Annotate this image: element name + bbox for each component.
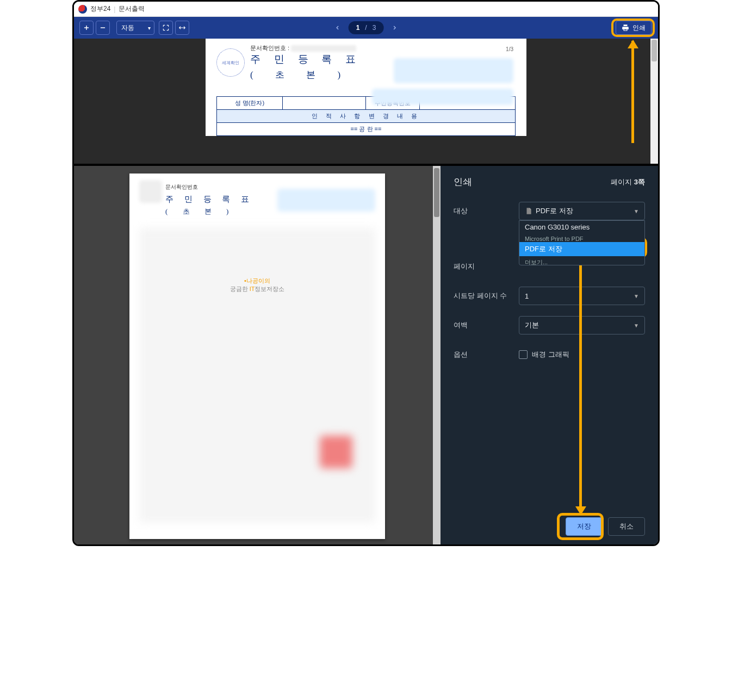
page-name: 문서출력: [119, 4, 145, 14]
destination-value: PDF로 저장: [536, 206, 573, 216]
prev-page-button[interactable]: [331, 21, 344, 34]
doc-number-redacted: [291, 45, 356, 52]
preview-stamp-redacted: [320, 436, 352, 468]
page-separator: /: [365, 24, 367, 32]
bg-graphics-checkbox[interactable]: [519, 350, 528, 359]
sheet-count: 페이지 3쪽: [611, 177, 645, 187]
fit-page-button[interactable]: [159, 21, 173, 35]
chevron-left-icon: [334, 24, 341, 31]
redacted-block: [394, 58, 513, 83]
window-titlebar: 정부24 | 문서출력: [74, 2, 658, 17]
label-destination: 대상: [454, 206, 519, 216]
preview-page: 문서확인번호 주 민 등 록 표 ( 초 본 ) •나공이의 궁금한 IT정보저…: [129, 174, 385, 539]
preview-body-redacted: [139, 228, 375, 523]
destination-dropdown: Canon G3010 series Microsoft Print to PD…: [519, 220, 645, 265]
page-indicator: 1 / 3: [349, 21, 384, 34]
title-separator: |: [114, 5, 115, 13]
document-page: 1/3 세계확인 문서확인번호 : 주 민 등 록 표 ( 초 본 ): [206, 39, 526, 136]
viewer-toolbar: 자동 1 / 3: [74, 17, 658, 39]
caret-down-icon: ▼: [634, 293, 639, 299]
pdf-file-icon: [525, 207, 532, 215]
current-page[interactable]: 1: [356, 24, 360, 32]
destination-option-pdf[interactable]: PDF로 저장: [519, 242, 644, 256]
label-per-sheet: 시트당 페이지 수: [454, 291, 519, 301]
seal-stamp-icon: 세계확인: [216, 48, 245, 77]
zoom-mode-value: 자동: [121, 23, 134, 33]
printer-icon: [622, 24, 629, 32]
per-sheet-select[interactable]: 1 ▼: [519, 287, 645, 305]
print-dialog-panel: 인쇄 페이지 3쪽 대상 PDF로 저장 ▼ Canon G3010 serie…: [441, 166, 658, 544]
preview-logo-redacted: [139, 180, 162, 203]
zoom-in-button[interactable]: [79, 21, 94, 35]
save-button-label: 저장: [577, 522, 591, 531]
document-title: 주 민 등 록 표: [250, 52, 361, 66]
save-button[interactable]: 저장: [566, 517, 603, 536]
document-subtitle: ( 초 본 ): [250, 69, 361, 81]
next-page-button[interactable]: [388, 21, 401, 34]
document-viewport[interactable]: 1/3 세계확인 문서확인번호 : 주 민 등 록 표 ( 초 본 ): [74, 39, 658, 164]
dialog-title: 인쇄: [454, 176, 472, 188]
margins-select[interactable]: 기본 ▼: [519, 316, 645, 334]
fit-width-icon: [178, 24, 186, 32]
destination-option-more[interactable]: 더보기...: [519, 256, 644, 265]
destination-option-ms[interactable]: Microsoft Print to PDF: [519, 233, 644, 242]
cancel-button-label: 취소: [619, 522, 634, 531]
per-sheet-value: 1: [525, 292, 529, 300]
label-options: 옵션: [454, 350, 519, 360]
fit-width-button[interactable]: [175, 21, 189, 35]
zoom-out-button[interactable]: [96, 21, 110, 35]
caret-down-icon: ▼: [634, 208, 639, 214]
site-name: 정부24: [90, 4, 110, 14]
margins-value: 기본: [525, 320, 539, 330]
blank-row: == 공 란 ==: [217, 123, 516, 136]
destination-select[interactable]: PDF로 저장 ▼: [519, 202, 645, 220]
bg-graphics-label: 배경 그래픽: [532, 350, 569, 360]
viewer-scrollbar[interactable]: [650, 39, 658, 164]
section-header: 인 적 사 항 변 경 내 용: [217, 110, 516, 123]
doc-number-label: 문서확인번호 :: [250, 45, 289, 51]
caret-down-icon: ▼: [634, 323, 639, 329]
minus-icon: [99, 24, 107, 32]
gov24-logo-icon: [78, 5, 87, 14]
doc-page-number: 1/3: [506, 46, 513, 52]
print-button[interactable]: 인쇄: [616, 21, 652, 35]
expand-icon: [162, 24, 170, 32]
chevron-right-icon: [391, 24, 398, 31]
preview-redacted: [277, 189, 375, 212]
redacted-block: [372, 89, 513, 105]
print-button-label: 인쇄: [632, 23, 646, 33]
plus-icon: [83, 24, 90, 32]
preview-scrollbar[interactable]: [433, 166, 441, 544]
cancel-button[interactable]: 취소: [608, 517, 645, 536]
label-pages: 페이지: [454, 262, 519, 271]
col-name-header: 성 명(한자): [217, 97, 283, 110]
print-preview-pane: 문서확인번호 주 민 등 록 표 ( 초 본 ) •나공이의 궁금한 IT정보저…: [74, 166, 441, 544]
zoom-mode-select[interactable]: 자동: [116, 21, 154, 35]
total-pages: 3: [373, 24, 376, 32]
watermark-text: •나공이의 궁금한 IT정보저장소: [230, 277, 285, 294]
destination-option-canon[interactable]: Canon G3010 series: [519, 221, 644, 233]
label-margins: 여백: [454, 320, 519, 330]
